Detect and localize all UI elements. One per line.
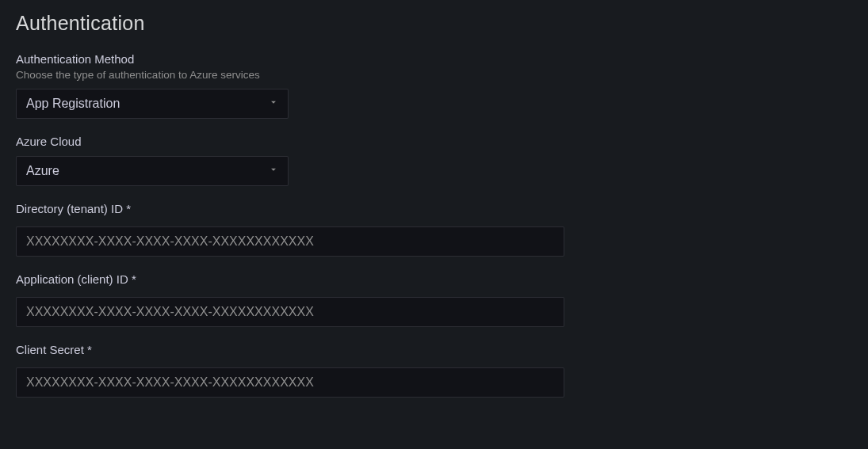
section-title: Authentication xyxy=(16,12,852,35)
auth-method-value: App Registration xyxy=(26,97,120,111)
auth-method-description: Choose the type of authentication to Azu… xyxy=(16,69,852,81)
tenant-id-input[interactable] xyxy=(16,226,564,257)
client-id-input[interactable] xyxy=(16,297,564,327)
client-id-label: Application (client) ID * xyxy=(16,272,852,286)
client-secret-label: Client Secret * xyxy=(16,343,852,356)
azure-cloud-label: Azure Cloud xyxy=(16,135,852,148)
azure-cloud-value: Azure xyxy=(26,164,59,178)
auth-method-select[interactable]: App Registration xyxy=(16,89,289,119)
azure-cloud-field: Azure Cloud Azure xyxy=(16,135,852,186)
client-secret-input[interactable] xyxy=(16,367,564,398)
tenant-id-label: Directory (tenant) ID * xyxy=(16,202,852,215)
auth-method-label: Authentication Method xyxy=(16,52,852,66)
client-secret-field: Client Secret * xyxy=(16,343,852,398)
tenant-id-field: Directory (tenant) ID * xyxy=(16,202,852,257)
client-id-field: Application (client) ID * xyxy=(16,272,852,327)
auth-method-field: Authentication Method Choose the type of… xyxy=(16,52,852,119)
azure-cloud-select[interactable]: Azure xyxy=(16,156,289,186)
